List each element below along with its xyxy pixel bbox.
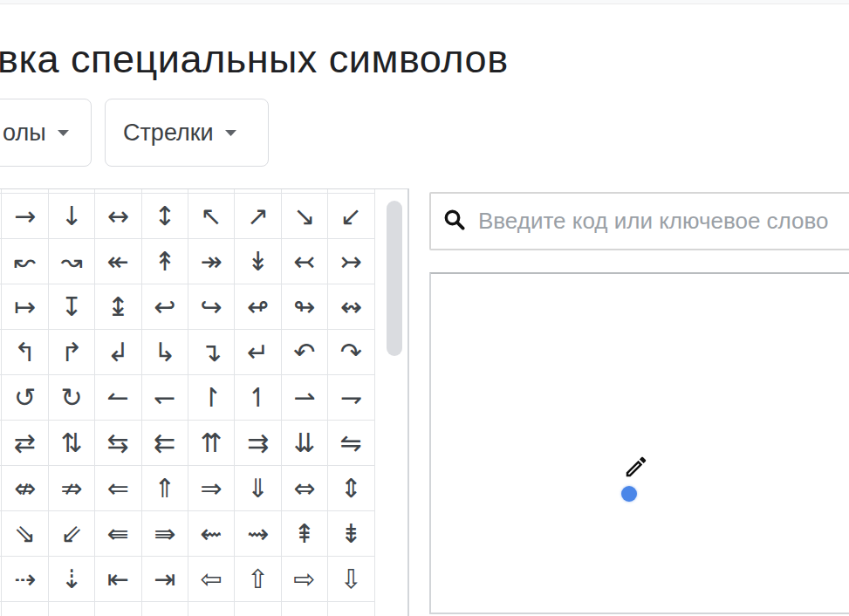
- symbol-cell[interactable]: ↫: [235, 284, 281, 329]
- symbol-cell[interactable]: ↣: [328, 239, 374, 284]
- symbol-cell[interactable]: ⇅: [49, 421, 95, 465]
- dialog-title: вка специальных символов: [0, 39, 509, 79]
- symbol-grid-scrollbar[interactable]: [387, 201, 402, 356]
- symbol-cell[interactable]: ↼: [95, 375, 141, 420]
- symbol-cell[interactable]: ↗: [235, 194, 281, 238]
- subcategory-dropdown[interactable]: Стрелки: [105, 99, 269, 167]
- symbol-cell-empty: [49, 602, 95, 616]
- symbol-grid-row: ↜↝↞↟↠↡↢↣: [0, 239, 375, 284]
- symbol-cell[interactable]: ↡: [235, 239, 281, 284]
- symbol-cell[interactable]: ↻: [49, 375, 95, 420]
- symbol-cell[interactable]: ⇨: [282, 557, 328, 601]
- symbol-cell-empty: [282, 189, 328, 193]
- symbol-cell[interactable]: ⇓: [235, 466, 281, 510]
- symbol-cell[interactable]: ⇇: [142, 421, 188, 465]
- symbol-cell[interactable]: ⇁: [328, 375, 374, 420]
- symbol-cell[interactable]: ⇎: [2, 466, 48, 510]
- symbol-cell[interactable]: ⇛: [142, 511, 188, 556]
- chevron-down-icon: [224, 125, 237, 140]
- symbol-grid-row: ⇄⇅⇆⇇⇈⇉⇊⇋: [0, 421, 375, 466]
- symbol-cell[interactable]: ⇒: [188, 466, 235, 510]
- symbol-cell[interactable]: ⇜: [188, 511, 235, 556]
- symbol-cell[interactable]: ↵: [235, 330, 281, 374]
- symbol-cell-empty: [142, 602, 188, 616]
- symbol-cell[interactable]: ↧: [49, 284, 95, 329]
- symbol-grid-row: →↓↔↕↖↗↘↙: [0, 194, 375, 239]
- symbol-cell[interactable]: ⇙: [49, 511, 95, 556]
- symbol-cell[interactable]: ↿: [235, 375, 281, 420]
- symbol-cell[interactable]: ⇟: [328, 511, 374, 556]
- symbol-cell[interactable]: ↨: [95, 284, 141, 329]
- symbol-cell[interactable]: ↰: [2, 330, 48, 374]
- symbol-cell-empty: [188, 602, 235, 616]
- symbol-cell[interactable]: ↱: [49, 330, 95, 374]
- symbol-grid-row: ↺↻↼↽↾↿⇀⇁: [0, 375, 375, 421]
- symbol-cell[interactable]: ↺: [2, 375, 48, 420]
- symbol-cell-empty: [282, 602, 328, 616]
- symbol-grid-row: ↦↧↨↩↪↫↬↭: [0, 284, 375, 330]
- symbol-cell[interactable]: ⇞: [282, 511, 328, 556]
- symbol-cell[interactable]: ↕: [142, 194, 188, 238]
- symbol-cell[interactable]: ↞: [95, 239, 141, 284]
- symbol-cell[interactable]: ↽: [142, 375, 188, 420]
- symbol-cell[interactable]: ⇆: [95, 421, 141, 465]
- symbol-cell[interactable]: ⇧: [235, 557, 281, 601]
- symbol-cell[interactable]: ↟: [142, 239, 188, 284]
- symbol-cell[interactable]: ↢: [282, 239, 328, 284]
- symbol-cell[interactable]: ⇦: [188, 557, 235, 601]
- symbol-cell[interactable]: ⇘: [2, 511, 48, 556]
- symbol-cell[interactable]: ↳: [142, 330, 188, 374]
- symbol-cell-empty: [49, 189, 95, 193]
- symbol-cell[interactable]: ↾: [188, 375, 235, 420]
- symbol-cell[interactable]: ↶: [282, 330, 328, 374]
- handwriting-canvas[interactable]: [429, 272, 849, 614]
- symbol-cell[interactable]: ↔: [95, 194, 141, 238]
- symbol-cell[interactable]: ⇚: [95, 511, 141, 556]
- symbol-cell[interactable]: ↴: [188, 330, 235, 374]
- symbol-cell[interactable]: ⇏: [49, 466, 95, 510]
- symbol-cell[interactable]: ↷: [328, 330, 374, 374]
- symbol-cell-empty: [328, 189, 374, 193]
- symbol-cell[interactable]: ↲: [95, 330, 141, 374]
- symbol-cell[interactable]: ⇀: [282, 375, 328, 420]
- search-icon: [442, 208, 466, 235]
- symbol-cell[interactable]: ↬: [282, 284, 328, 329]
- symbol-grid-row: ↰↱↲↳↴↵↶↷: [0, 330, 375, 375]
- symbol-cell[interactable]: ⇢: [2, 557, 48, 601]
- symbol-cell-empty: [2, 189, 48, 193]
- search-input[interactable]: [476, 207, 849, 236]
- symbol-cell[interactable]: ⇣: [49, 557, 95, 601]
- symbol-cell[interactable]: ↙: [328, 194, 374, 238]
- symbol-cell[interactable]: ⇐: [95, 466, 141, 510]
- chevron-down-icon: [57, 125, 70, 140]
- ink-dot: [621, 486, 637, 502]
- symbol-cell[interactable]: ⇄: [2, 421, 48, 465]
- symbol-grid-row: ⇢⇣⇤⇥⇦⇧⇨⇩: [0, 557, 375, 602]
- symbol-cell[interactable]: ↠: [188, 239, 235, 284]
- symbol-cell[interactable]: ⇔: [282, 466, 328, 510]
- symbol-cell[interactable]: ⇤: [95, 557, 141, 601]
- symbol-cell[interactable]: ↦: [2, 284, 48, 329]
- symbol-cell[interactable]: ⇈: [188, 421, 235, 465]
- symbol-panel-right-border: [407, 188, 409, 616]
- symbol-cell[interactable]: ⇑: [142, 466, 188, 510]
- symbol-cell[interactable]: ⇥: [142, 557, 188, 601]
- symbol-cell[interactable]: ⇩: [328, 557, 374, 601]
- symbol-cell[interactable]: ↜: [2, 239, 48, 284]
- category-dropdown[interactable]: олы: [0, 99, 92, 167]
- pencil-icon: [623, 454, 649, 480]
- symbol-cell[interactable]: ↓: [49, 194, 95, 238]
- symbol-cell[interactable]: ↩: [142, 284, 188, 329]
- symbol-cell[interactable]: ⇊: [282, 421, 328, 465]
- symbol-cell[interactable]: ⇉: [235, 421, 281, 465]
- symbol-cell[interactable]: ↪: [188, 284, 235, 329]
- symbol-cell[interactable]: ↭: [328, 284, 374, 329]
- symbol-cell[interactable]: ↝: [49, 239, 95, 284]
- symbol-cell[interactable]: ⇋: [328, 421, 374, 465]
- symbol-cell[interactable]: ↖: [188, 194, 235, 238]
- symbol-cell[interactable]: ⇝: [235, 511, 281, 556]
- symbol-cell[interactable]: ⇕: [328, 466, 374, 510]
- symbol-cell[interactable]: →: [2, 194, 48, 238]
- search-box[interactable]: [429, 192, 849, 250]
- symbol-cell[interactable]: ↘: [282, 194, 328, 238]
